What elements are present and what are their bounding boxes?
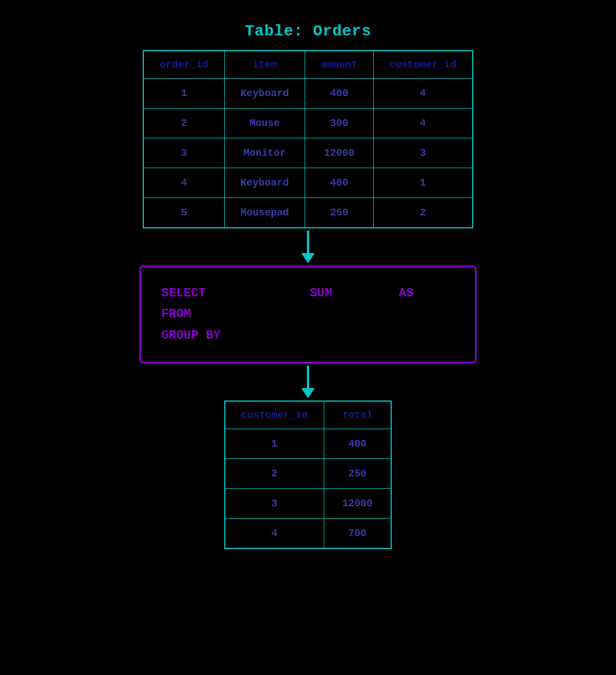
sql-from-kw: FROM: [161, 307, 191, 321]
table-row: 312000: [225, 489, 391, 519]
table-row: 1400: [225, 429, 391, 459]
table-cell: 400: [305, 168, 374, 198]
table-cell: 250: [305, 198, 374, 228]
sql-sum-fn: SUM: [310, 286, 332, 300]
col-header-order-id: order_id: [143, 51, 224, 79]
sql-select-kw: SELECT: [161, 286, 206, 300]
result-table: customer_id total 140022503120004700: [224, 400, 392, 549]
table-cell: 5: [143, 198, 224, 228]
sql-alias: total: [414, 286, 458, 300]
table-cell: 250: [324, 459, 391, 489]
table-cell: 400: [324, 429, 391, 459]
sql-line-2: FROM Orders: [161, 304, 455, 325]
table-cell: 300: [305, 109, 374, 138]
sql-box: SELECT customer_id, SUM(amount) AS total…: [139, 266, 477, 363]
table-row: 2Mouse3004: [143, 109, 472, 138]
sql-line-1: SELECT customer_id, SUM(amount) AS total: [161, 283, 455, 304]
table-cell: 4: [373, 79, 472, 109]
table-cell: Keyboard: [224, 79, 305, 109]
table-cell: 4: [143, 168, 224, 198]
table-cell: Mouse: [224, 109, 305, 138]
table-row: 4Keyboard4001: [143, 168, 472, 198]
arrow-shaft-1: [307, 231, 309, 253]
sql-from-table: Orders: [191, 307, 243, 321]
table-cell: 12000: [324, 489, 391, 519]
col-header-item: item: [224, 51, 305, 79]
table-cell: Mousepad: [224, 198, 305, 228]
sql-sum-arg: (amount): [332, 286, 399, 300]
sql-groupby-field: customer_id;: [221, 328, 318, 343]
table-row: 4700: [225, 519, 391, 549]
table-cell: 4: [373, 109, 472, 138]
table-cell: 2: [143, 109, 224, 138]
main-container: Table: Orders order_id item amount custo…: [111, 22, 505, 549]
table-row: 3Monitor120003: [143, 138, 472, 168]
table-title: Table: Orders: [245, 22, 372, 40]
table-cell: 1: [225, 429, 324, 459]
table-cell: 3: [143, 138, 224, 168]
sql-select-fields: customer_id,: [206, 286, 310, 300]
orders-table: order_id item amount customer_id 1Keyboa…: [143, 50, 473, 228]
table-row: 5Mousepad2502: [143, 198, 472, 228]
col-header-customer-id: customer_id: [373, 51, 472, 79]
table-cell: 2: [373, 198, 472, 228]
table-row: 2250: [225, 459, 391, 489]
arrow-head-2: [301, 388, 315, 398]
arrow-shaft-2: [307, 366, 309, 388]
result-col-customer-id: customer_id: [225, 401, 324, 429]
table-cell: 400: [305, 79, 374, 109]
table-cell: Monitor: [224, 138, 305, 168]
table-cell: 3: [225, 489, 324, 519]
sql-line-3: GROUP BY customer_id;: [161, 325, 455, 346]
table-cell: Keyboard: [224, 168, 305, 198]
result-col-total: total: [324, 401, 391, 429]
table-cell: 700: [324, 519, 391, 549]
arrow-down-1: [301, 231, 315, 263]
table-cell: 1: [143, 79, 224, 109]
result-section: customer_id total 140022503120004700: [224, 400, 392, 549]
arrow-head-1: [301, 253, 315, 263]
col-header-amount: amount: [305, 51, 374, 79]
arrow-down-2: [301, 366, 315, 398]
table-cell: 3: [373, 138, 472, 168]
table-cell: 2: [225, 459, 324, 489]
sql-as-kw: AS: [399, 286, 414, 300]
sql-groupby-kw: GROUP BY: [161, 328, 221, 343]
table-cell: 4: [225, 519, 324, 549]
table-row: 1Keyboard4004: [143, 79, 472, 109]
table-cell: 12000: [305, 138, 374, 168]
table-cell: 1: [373, 168, 472, 198]
